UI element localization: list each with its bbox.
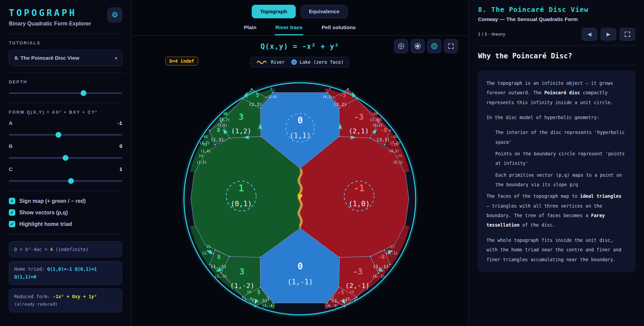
theory-card: The topograph is an infinite object — it… <box>478 71 635 272</box>
legend-river-label: River <box>271 59 285 65</box>
orbit-view-button[interactable] <box>394 39 408 53</box>
discriminant-box: D = b²-4ac = 4 (indefinite) <box>9 241 122 257</box>
checkbox-show-vectors[interactable]: ✓ Show vectors (p,q) <box>9 209 122 216</box>
theory-list-item: Points on the boundary circle represent … <box>486 149 627 168</box>
slider-b[interactable] <box>9 155 122 161</box>
svg-text:24: 24 <box>199 154 203 158</box>
svg-text:(1,5): (1,5) <box>196 160 207 164</box>
divider <box>7 73 124 73</box>
checkbox-checked-icon: ✓ <box>9 198 15 204</box>
subtab-river-trace[interactable]: River trace <box>275 22 303 35</box>
svg-text:(4,1): (4,1) <box>389 149 399 153</box>
app-subtitle: Binary Quadratic Form Explorer <box>9 21 91 27</box>
svg-text:(2,5): (2,5) <box>217 123 227 127</box>
expand-button[interactable] <box>620 28 635 41</box>
slider-track <box>9 134 122 136</box>
svg-text:-24: -24 <box>395 154 402 158</box>
svg-text:-3: -3 <box>353 267 363 276</box>
app-root: TOPOGRAPH Binary Quadratic Form Explorer… <box>0 0 644 326</box>
svg-text:(5,2): (5,2) <box>372 123 382 127</box>
slider-thumb[interactable] <box>63 155 68 161</box>
legend-lake-label: Lake (zero face) <box>299 59 344 65</box>
svg-text:40: 40 <box>223 112 227 116</box>
slider-a-header: A -1 <box>9 120 122 126</box>
svg-text:(1,4): (1,4) <box>201 149 211 153</box>
svg-text:(1,0): (1,0) <box>348 200 370 208</box>
settings-button[interactable]: ⚙ <box>107 7 122 22</box>
slider-thumb[interactable] <box>68 178 74 184</box>
sidebar: TOPOGRAPH Binary Quadratic Form Explorer… <box>0 0 131 326</box>
checkbox-label: Sign map (+ green / – red) <box>19 198 86 204</box>
subtab-plain[interactable]: Plain <box>243 22 257 35</box>
svg-text:21: 21 <box>219 117 224 121</box>
svg-text:(1,-1): (1,-1) <box>287 278 313 286</box>
focus-center-button[interactable] <box>411 39 425 53</box>
svg-text:-1: -1 <box>354 183 364 193</box>
svg-text:-16: -16 <box>347 290 354 294</box>
theory-list-item: The interior of the disc represents 'hyp… <box>486 128 627 147</box>
lake-dot-icon <box>291 59 297 65</box>
svg-text:1: 1 <box>238 183 244 193</box>
circle-crosshair-icon <box>397 42 405 50</box>
svg-text:(2,1): (2,1) <box>349 127 369 135</box>
svg-text:(1,-4): (1,-4) <box>202 251 214 255</box>
tab-equivalence[interactable]: Equivalence <box>300 5 348 18</box>
slider-a[interactable] <box>9 132 122 138</box>
checkbox-sign-map[interactable]: ✓ Sign map (+ green / – red) <box>9 198 122 204</box>
record-dot-icon <box>414 42 421 50</box>
svg-text:(3,4): (3,4) <box>267 95 277 99</box>
svg-text:-21: -21 <box>376 267 382 271</box>
tab-topograph[interactable]: Topograph <box>252 5 296 18</box>
poincare-disc-visualization[interactable]: 0(1,1)0(1,-1)1(0,1)-1(1,0)3(1,2)-3(2,1)3… <box>154 68 445 326</box>
checkbox-checked-icon: ✓ <box>9 209 15 216</box>
chevron-down-icon: ▾ <box>115 56 117 61</box>
slider-thumb[interactable] <box>56 132 61 138</box>
theory-paragraph: The topograph is an infinite object — it… <box>486 78 627 107</box>
tutorial-panel: 8. The Poincaré Disc View Conway — The S… <box>468 0 644 326</box>
tutorials-label: TUTORIALS <box>9 41 122 45</box>
slider-c-label: C <box>9 166 13 172</box>
svg-text:-7: -7 <box>326 87 331 92</box>
slider-c-value: 1 <box>119 166 122 172</box>
theory-heading: Why the Poincaré Disc? <box>478 52 635 60</box>
slider-track <box>9 180 122 182</box>
svg-text:7: 7 <box>270 87 272 92</box>
home-triad-box: Home triad: Q(1,0)=-1 Q(0,1)=1 Q(1,1)=0 <box>9 261 122 285</box>
app-title: TOPOGRAPH <box>9 7 91 18</box>
formula-row: Q(x,y) = -x² + y² <box>131 38 468 55</box>
subtab-pell-solutions[interactable]: Pell solutions <box>321 22 356 35</box>
theory-paragraph: The faces of the topograph map to ideal … <box>486 191 627 230</box>
fullscreen-button[interactable] <box>444 39 458 53</box>
sidebar-header: TOPOGRAPH Binary Quadratic Form Explorer… <box>9 7 122 27</box>
svg-text:-5: -5 <box>339 92 346 98</box>
divider <box>478 45 635 46</box>
svg-text:-8: -8 <box>380 127 387 133</box>
form-label: FORM Q(X,Y) = AX² + BXY + CY² <box>9 110 122 115</box>
depth-slider[interactable] <box>9 90 122 96</box>
prev-button[interactable]: ◀ <box>582 28 597 41</box>
page-indicator: 1 / 3 · theory <box>478 32 505 37</box>
concentric-circles-icon <box>431 42 438 50</box>
slider-thumb[interactable] <box>81 90 86 96</box>
svg-text:(5,1): (5,1) <box>393 160 403 164</box>
disc-view-button[interactable] <box>427 39 441 53</box>
svg-text:8: 8 <box>217 127 220 133</box>
svg-text:(4,-3): (4,-3) <box>326 304 338 308</box>
theory-list-item: Each primitive vector (p,q) maps to a po… <box>486 170 627 190</box>
divider <box>7 191 124 191</box>
checkbox-checked-icon: ✓ <box>9 221 15 227</box>
badge-legend-row: D=4 indef River Lake (zero face) <box>131 56 468 68</box>
divider <box>7 103 124 103</box>
svg-text:0: 0 <box>297 261 303 271</box>
slider-b-header: B 0 <box>9 143 122 149</box>
svg-text:-7: -7 <box>330 296 334 300</box>
svg-text:3: 3 <box>239 112 244 122</box>
checkbox-highlight-triad[interactable]: ✓ Highlight home triad <box>9 221 122 227</box>
svg-text:7: 7 <box>267 296 270 300</box>
next-button[interactable]: ▶ <box>601 28 616 41</box>
svg-text:45: 45 <box>203 135 208 139</box>
legend-river: River <box>256 59 285 65</box>
svg-text:(2,-5): (2,-5) <box>215 274 227 278</box>
tutorial-select[interactable]: 8. The Poincaré Disc View ▾ <box>9 50 122 66</box>
slider-c[interactable] <box>9 178 122 184</box>
